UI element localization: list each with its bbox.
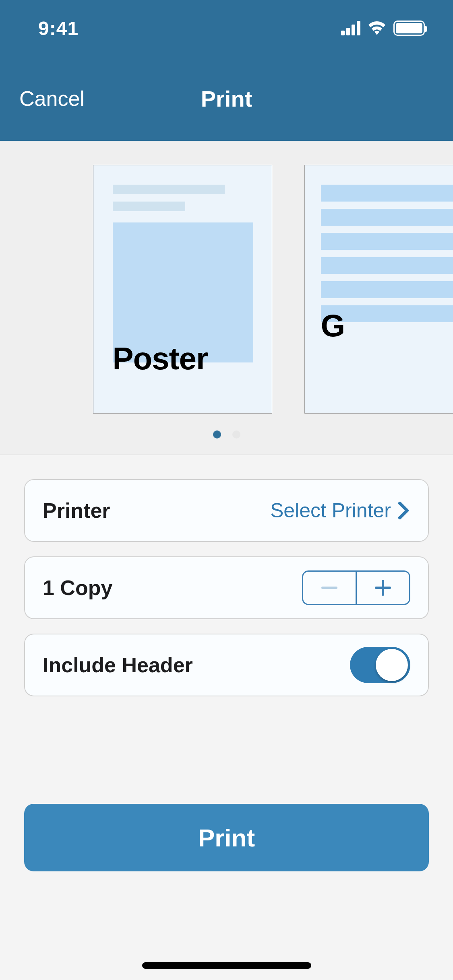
copies-decrement-button[interactable]: [303, 572, 356, 604]
placeholder-line: [113, 185, 225, 194]
page-title: Print: [201, 86, 252, 112]
copies-increment-button[interactable]: [357, 572, 409, 604]
printer-value: Select Printer: [270, 499, 391, 522]
printer-label: Printer: [43, 498, 110, 523]
include-header-toggle[interactable]: [350, 647, 410, 683]
status-time: 9:41: [38, 17, 79, 39]
copies-stepper: [302, 570, 410, 605]
print-style-carousel[interactable]: Poster G: [0, 141, 453, 455]
battery-icon: [393, 21, 425, 36]
pager-dot: [232, 430, 240, 439]
chevron-right-icon: [398, 502, 410, 519]
wifi-icon: [367, 21, 387, 36]
copies-label: 1 Copy: [43, 576, 112, 600]
nav-bar: Cancel Print: [0, 56, 453, 141]
svg-rect-2: [375, 587, 391, 589]
pager-dot-active: [213, 430, 221, 439]
copies-row: 1 Copy: [24, 556, 429, 619]
svg-rect-0: [321, 587, 337, 589]
cancel-button[interactable]: Cancel: [19, 86, 85, 111]
style-card-poster[interactable]: Poster: [93, 165, 272, 414]
style-card-next[interactable]: G: [304, 165, 453, 414]
style-card-label: G: [321, 307, 453, 344]
printer-row[interactable]: Printer Select Printer: [24, 479, 429, 542]
minus-icon: [321, 587, 337, 589]
print-options: Printer Select Printer 1 Copy Include He…: [0, 455, 453, 711]
placeholder-line: [113, 202, 185, 211]
include-header-row: Include Header: [24, 634, 429, 696]
page-indicator: [0, 430, 453, 439]
print-button[interactable]: Print: [24, 804, 429, 871]
cellular-signal-icon: [341, 21, 360, 35]
status-bar: 9:41: [0, 0, 453, 56]
style-card-label: Poster: [113, 340, 252, 377]
status-icons: [341, 21, 425, 36]
home-indicator[interactable]: [142, 962, 311, 969]
switch-knob: [376, 649, 408, 681]
plus-icon: [375, 580, 391, 596]
include-header-label: Include Header: [43, 653, 193, 677]
